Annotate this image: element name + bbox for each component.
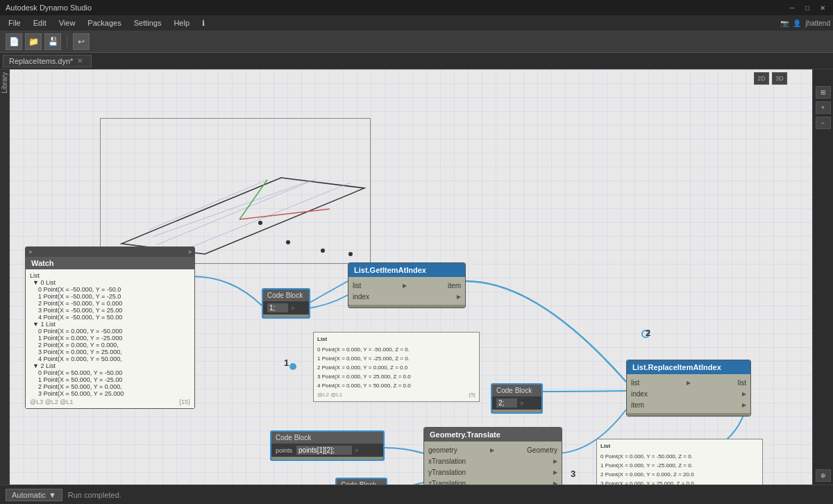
run-status-label: Run completed. <box>68 491 121 499</box>
watch-line-4: 2 Point(X = -50.000, Y = 0.000 <box>30 300 190 307</box>
watch-line-0: List <box>30 272 190 279</box>
code-block-points-node[interactable]: Code Block points > <box>270 430 385 461</box>
tab-replace-items[interactable]: ReplaceItems.dyn* ✕ <box>3 55 92 67</box>
translate-title: Geometry.Translate <box>430 430 500 439</box>
watch-expand-btn[interactable]: > <box>28 249 32 255</box>
get-item-list-label: list <box>353 282 361 289</box>
watch-controls: > > <box>26 247 194 257</box>
menu-packages[interactable]: Packages <box>82 17 126 28</box>
save-button[interactable]: 💾 <box>44 33 61 50</box>
code-block-2-body: > <box>492 396 541 410</box>
translate-geo-out: Geometry <box>527 446 557 454</box>
view-2d-icon[interactable]: 2D <box>754 72 769 85</box>
get-item-index-label: index <box>353 293 369 301</box>
right-panel: ⊞ + − ⊕ <box>812 69 833 485</box>
translate-header: Geometry.Translate <box>424 428 562 442</box>
watch-node[interactable]: > > Watch List ▼ 0 List 0 Point(X = -50.… <box>25 246 195 409</box>
app-title: Autodesk Dynamo Studio <box>6 3 92 12</box>
minimize-button[interactable]: ─ <box>787 3 797 12</box>
watch-line-3: 1 Point(X = -50.000, Y = -25.0 <box>30 293 190 300</box>
get-item-bottom <box>348 305 465 308</box>
watch-footer: @L3 @L2 @L1 {15} <box>30 398 190 405</box>
code-block-1-node[interactable]: Code Block > <box>262 288 310 319</box>
replace-item-title: List.ReplaceItemAtIndex <box>632 363 721 371</box>
svg-point-13 <box>348 252 353 256</box>
code-block-2-input[interactable] <box>496 398 517 408</box>
ol1-row-0: 0 Point(X = 0.000, Y = -50.000, Z = 0. <box>317 345 476 354</box>
replace-item-bottom <box>627 413 750 416</box>
code-block-1-arrow: > <box>291 305 294 312</box>
translate-x-label: xTranslation <box>428 457 466 465</box>
svg-marker-3 <box>121 178 364 254</box>
library-label[interactable]: Library <box>1 72 8 94</box>
ol2-row-0: 0 Point(X = 0.000, Y = -50.000, Z = 0. <box>600 452 759 461</box>
get-item-row-list: list ▶ item <box>353 280 461 291</box>
watch-header: Watch <box>26 257 194 269</box>
code-block-points-arrow: > <box>355 447 358 454</box>
code-block-20-title: Code Block <box>341 481 376 485</box>
menu-help[interactable]: Help <box>168 17 195 28</box>
code-block-points-input[interactable] <box>296 446 352 455</box>
ol1-row-1: 1 Point(X = 0.000, Y = -25.000, Z = 0. <box>317 354 476 363</box>
watch-line-1: ▼ 0 List <box>30 279 190 286</box>
new-button[interactable]: 📄 <box>6 33 22 50</box>
code-block-1-input[interactable] <box>267 303 288 312</box>
code-block-20-node[interactable]: Code Block > <box>335 478 387 485</box>
output-list-1-title: List <box>317 335 476 344</box>
watch-line-10: 2 Point(X = 0.000, Y = 0.000, <box>30 342 190 348</box>
code-block-2-title: Code Block <box>496 387 532 394</box>
translate-node[interactable]: Geometry.Translate geometry ▶ Geometry x… <box>423 427 562 485</box>
watch-footer-label: @L3 @L2 @L1 <box>30 398 73 405</box>
run-mode-button[interactable]: Automatic ▼ <box>6 489 62 501</box>
svg-point-10 <box>258 221 262 225</box>
get-item-node[interactable]: List.GetItemAtIndex list ▶ item index ▶ <box>348 262 466 308</box>
get-item-title: List.GetItemAtIndex <box>354 266 426 274</box>
get-item-index-arrow: ▶ <box>457 294 461 300</box>
library-sidebar[interactable]: Library <box>0 69 10 485</box>
get-item-row-index: index ▶ <box>353 291 461 302</box>
code-block-points-header: Code Block <box>271 432 383 444</box>
code-block-points-bottom <box>271 457 383 460</box>
menu-info[interactable]: ℹ <box>196 17 210 29</box>
tabbar: ReplaceItems.dyn* ✕ <box>0 53 833 69</box>
watch-line-2: 0 Point(X = -50.000, Y = -50.0 <box>30 286 190 293</box>
close-button[interactable]: ✕ <box>818 3 827 12</box>
replace-index-label: index <box>631 390 648 398</box>
code-block-1-header: Code Block <box>263 289 309 301</box>
maximize-button[interactable]: □ <box>802 3 812 12</box>
code-block-1-body: > <box>263 301 309 314</box>
ol1-row-2: 2 Point(X = 0.000, Y = 0.000, Z = 0.0 <box>317 363 476 372</box>
translate-y-label: yTranslation <box>428 469 466 476</box>
menu-file[interactable]: File <box>3 17 26 28</box>
code-block-points-body: points > <box>271 444 383 457</box>
replace-row-index: index ▶ <box>631 388 746 399</box>
open-button[interactable]: 📁 <box>25 33 42 50</box>
get-item-list-arrow: ▶ <box>403 283 407 289</box>
svg-point-1 <box>289 363 296 370</box>
replace-item-node[interactable]: List.ReplaceItemAtIndex list ▶ list inde… <box>626 360 751 417</box>
undo-button[interactable]: ↩ <box>73 33 90 50</box>
code-block-2-node[interactable]: Code Block > <box>491 383 543 414</box>
zoom-reset-button[interactable]: ⊕ <box>816 469 831 482</box>
menu-view[interactable]: View <box>53 17 81 28</box>
zoom-in-button[interactable]: + <box>816 101 831 114</box>
zoom-out-button[interactable]: − <box>816 117 831 129</box>
svg-line-6 <box>149 180 267 230</box>
zoom-fit-button[interactable]: ⊞ <box>816 86 831 99</box>
translate-geo-arrow: ▶ <box>490 447 494 453</box>
menu-edit[interactable]: Edit <box>28 17 52 28</box>
canvas[interactable]: > > Watch List ▼ 0 List 0 Point(X = -50.… <box>10 69 812 485</box>
watch-collapse-btn[interactable]: > <box>188 249 192 255</box>
view-3d-icon[interactable]: 3D <box>772 72 787 85</box>
ol1-footer-left: @L2 @L1 <box>317 390 342 399</box>
tab-close-icon[interactable]: ✕ <box>77 57 83 65</box>
watch-line-5: 3 Point(X = -50.000, Y = 25.00 <box>30 307 190 314</box>
ol1-row-4: 4 Point(X = 0.000, Y = 50.000, Z = 0.0 <box>317 381 476 390</box>
ol2-row-2: 2 Point(X = 0.000, Y = 0.000, Z = 20.0 <box>600 470 759 479</box>
replace-row-item: item ▶ <box>631 399 746 410</box>
translate-geo-label: geometry <box>428 446 457 454</box>
svg-line-9 <box>239 180 267 219</box>
get-item-body: list ▶ item index ▶ <box>348 277 465 305</box>
output-list-1: List 0 Point(X = 0.000, Y = -50.000, Z =… <box>313 332 480 402</box>
menu-settings[interactable]: Settings <box>128 17 167 28</box>
